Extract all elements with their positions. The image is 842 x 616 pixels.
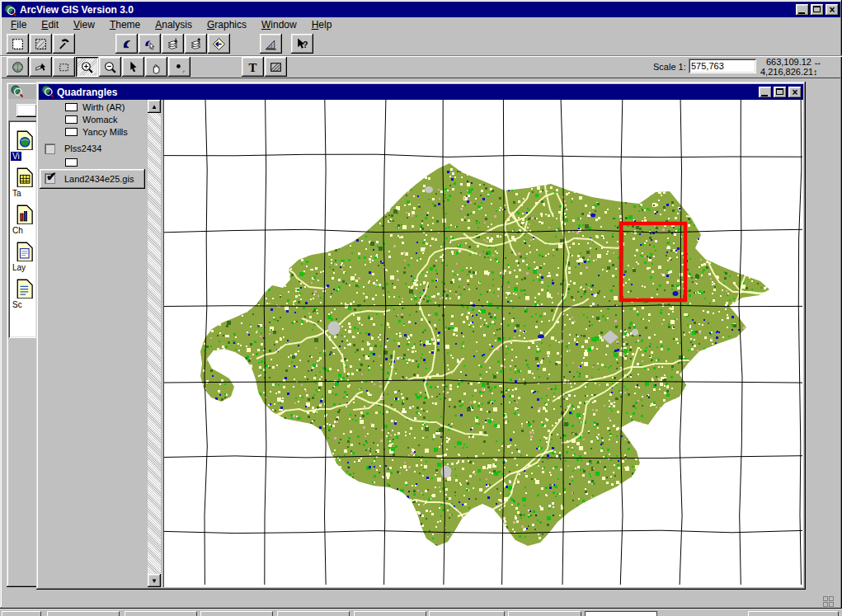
project-item-label[interactable]: Sc: [11, 300, 24, 309]
main-maximize-button[interactable]: [811, 4, 824, 16]
text-tool-button[interactable]: T: [242, 57, 264, 77]
arc-shape-button[interactable]: [115, 34, 138, 54]
project-item-sc[interactable]: [15, 277, 36, 301]
menu-item-file[interactable]: File: [3, 17, 34, 33]
legend-class-label: Wirth (AR): [82, 102, 125, 112]
scale-input[interactable]: [689, 59, 756, 73]
scroll-down-button[interactable]: ▼: [148, 574, 161, 587]
scroll-up-button[interactable]: ▲: [148, 100, 161, 113]
app-title: ArcView GIS Version 3.0: [20, 4, 134, 16]
hatch-tool-button[interactable]: [265, 57, 287, 77]
quadrangle-map[interactable]: [164, 100, 803, 587]
layers-export-button[interactable]: [185, 34, 207, 54]
taskbar-button[interactable]: [200, 611, 273, 616]
toolbar-top: ?: [2, 33, 840, 55]
project-item-label[interactable]: Lay: [11, 263, 27, 272]
main-close-button[interactable]: ×: [826, 4, 839, 16]
menu-item-window[interactable]: Window: [254, 17, 304, 33]
theme-checkbox[interactable]: [45, 143, 55, 154]
select-dotted-icon: [57, 60, 71, 74]
map-view[interactable]: [163, 100, 803, 587]
legend-class-row[interactable]: Yancy Mills: [39, 127, 146, 139]
taskbar-button[interactable]: [2, 611, 41, 616]
main-minimize-button[interactable]: [796, 4, 809, 16]
pan-hand-button[interactable]: [145, 57, 167, 77]
quadrangles-titlebar[interactable]: Quadrangles ×: [39, 84, 803, 100]
select-rect-button[interactable]: [7, 34, 29, 54]
taskbar-button[interactable]: [354, 611, 426, 616]
back-diamond-button[interactable]: [208, 34, 230, 54]
select-hatch-button[interactable]: [30, 34, 52, 54]
select-dotted-button[interactable]: [53, 57, 75, 77]
menu-item-theme[interactable]: Theme: [102, 17, 148, 33]
project-window[interactable]: ViTaChLaySc: [7, 82, 39, 587]
taskbar-button[interactable]: [429, 611, 505, 616]
legend-theme-land2434e25[interactable]: ✔Land2434e25.gis: [40, 169, 145, 189]
arcview-globe-icon: [40, 84, 54, 97]
legend-class-row[interactable]: Wirth (AR): [39, 102, 146, 114]
taskbar-button[interactable]: [748, 611, 839, 616]
project-item-label[interactable]: Ta: [11, 189, 23, 198]
checkmark-icon: ✔: [46, 169, 57, 184]
arc-shape-icon: [120, 37, 134, 51]
window-grid-icon[interactable]: [823, 596, 835, 608]
project-item-vi[interactable]: [15, 129, 36, 153]
legend-class-row[interactable]: Womack: [39, 115, 146, 126]
menu-item-edit[interactable]: Edit: [34, 17, 66, 33]
taskbar-button[interactable]: [508, 611, 581, 616]
flag-cursor-button[interactable]: [30, 57, 52, 77]
project-item-label[interactable]: Vi: [11, 152, 21, 161]
mdi-area: ViTaChLaySc Quadrangles × Wirth (AR)Woma…: [2, 78, 840, 608]
hatch-tool-icon: [269, 60, 283, 74]
main-titlebar[interactable]: ArcView GIS Version 3.0 ×: [2, 2, 840, 17]
help-pointer-icon: ?: [295, 37, 309, 51]
menu-item-graphics[interactable]: Graphics: [200, 17, 254, 33]
svg-text:?: ?: [303, 40, 308, 49]
help-pointer-button[interactable]: ?: [291, 34, 313, 54]
arcview-globe-icon: [10, 84, 23, 100]
project-item-label[interactable]: Ch: [11, 226, 25, 235]
point-tool-icon: [172, 60, 186, 74]
project-open-button[interactable]: [16, 104, 37, 117]
menu-item-help[interactable]: Help: [304, 17, 340, 33]
arc-cursor-button[interactable]: [139, 34, 161, 54]
legend-class-label: Womack: [82, 115, 118, 125]
arrow-pointer-button[interactable]: [122, 57, 144, 77]
taskbar-button[interactable]: [585, 611, 657, 616]
taskbar-button[interactable]: [47, 611, 120, 616]
layers-import-button[interactable]: [162, 34, 184, 54]
project-titlebar[interactable]: [8, 84, 37, 99]
screen: { "app": { "title": "ArcView GIS Version…: [0, 0, 842, 616]
point-tool-button[interactable]: [168, 57, 191, 77]
project-item-lay[interactable]: [15, 240, 36, 264]
arcview-globe-icon: [40, 84, 54, 100]
project-item-ta[interactable]: [15, 166, 36, 190]
quadrangles-minimize-button[interactable]: [759, 87, 772, 98]
arrow-pointer-icon: [126, 60, 140, 74]
pick-hammer-button[interactable]: [53, 34, 75, 54]
project-item-ch[interactable]: [15, 203, 36, 227]
identify-sphere-button[interactable]: [7, 57, 29, 77]
legend-panel: Wirth (AR)WomackYancy MillsPlss2434✔Land…: [39, 100, 162, 587]
legend-swatch: [65, 115, 78, 124]
zoom-out-button[interactable]: [99, 57, 121, 77]
menu-item-analysis[interactable]: Analysis: [148, 17, 200, 33]
zoom-in-button[interactable]: [76, 57, 98, 77]
legend-theme-plss2434[interactable]: Plss2434: [39, 143, 146, 156]
identify-sphere-icon: [11, 60, 25, 74]
coordinate-y: 4,216,826.21: [760, 67, 811, 77]
taskbar: [0, 609, 842, 616]
legend-scrollbar[interactable]: ▲▼: [148, 100, 161, 587]
theme-checkbox-checked[interactable]: ✔: [45, 173, 55, 184]
arcview-main-window: ArcView GIS Version 3.0 × FileEditViewTh…: [0, 0, 842, 609]
histogram-button[interactable]: [260, 34, 282, 54]
zoom-out-icon: [103, 60, 117, 74]
quadrangles-maximize-button[interactable]: [774, 87, 787, 98]
horizontal-arrow-icon: ↔: [813, 57, 825, 67]
quadrangles-close-button[interactable]: ×: [788, 87, 802, 98]
back-diamond-icon: [212, 37, 226, 51]
menu-item-view[interactable]: View: [66, 17, 102, 33]
taskbar-button[interactable]: [125, 611, 197, 616]
taskbar-button[interactable]: [277, 611, 350, 616]
arc-cursor-icon: [143, 37, 157, 51]
